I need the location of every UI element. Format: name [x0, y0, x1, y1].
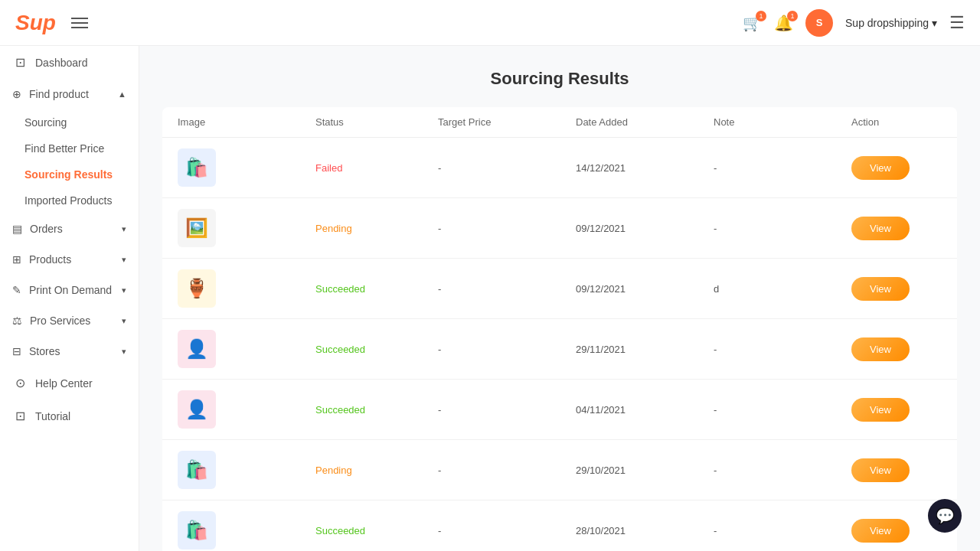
find-product-chevron: ▲ — [118, 90, 126, 99]
sidebar-item-pro-services[interactable]: ⚖ Pro Services ▾ — [0, 305, 139, 336]
status-cell-0: Failed — [315, 162, 438, 174]
sidebar-label-print-on-demand: Print On Demand — [29, 284, 112, 296]
target-price-cell-3: - — [438, 344, 576, 355]
note-cell-4: - — [714, 404, 851, 416]
sidebar-label-stores: Stores — [29, 345, 60, 357]
note-cell-3: - — [714, 344, 851, 355]
action-cell-3: View — [851, 337, 957, 361]
view-button-2[interactable]: View — [851, 277, 910, 301]
date-added-cell-6: 28/10/2021 — [576, 525, 714, 536]
target-price-cell-2: - — [438, 283, 576, 295]
header-left: Sup — [15, 11, 88, 35]
col-image: Image — [178, 116, 315, 128]
status-cell-6: Succeeded — [315, 525, 438, 536]
product-image-4: 👤 — [178, 390, 216, 429]
col-date-added: Date Added — [576, 116, 714, 128]
sidebar-item-stores[interactable]: ⊟ Stores ▾ — [0, 336, 139, 367]
cart-badge: 1 — [756, 11, 766, 21]
user-menu[interactable]: Sup dropshipping ▾ — [845, 17, 937, 29]
note-cell-6: - — [714, 525, 851, 536]
product-image-0: 🛍️ — [178, 148, 216, 187]
header: Sup 🛒 1 🔔 1 S Sup dropshipping ▾ ☰ — [0, 0, 980, 46]
status-cell-4: Succeeded — [315, 404, 438, 416]
sidebar-label-pro-services: Pro Services — [30, 315, 90, 327]
sidebar-label-find-product: Find product — [29, 88, 89, 100]
product-image-2: 🏺 — [178, 269, 216, 308]
col-note: Note — [714, 116, 851, 128]
product-image-6: 🛍️ — [178, 511, 216, 549]
dashboard-icon: ⊡ — [12, 55, 28, 70]
view-button-3[interactable]: View — [851, 337, 910, 361]
sidebar-label-help-center: Help Center — [35, 377, 93, 390]
view-button-0[interactable]: View — [851, 156, 910, 180]
stores-icon: ⊟ — [12, 345, 21, 357]
date-added-cell-2: 09/12/2021 — [576, 283, 714, 295]
sidebar-item-tutorial[interactable]: ⊡ Tutorial — [0, 399, 139, 432]
sidebar-label-products: Products — [29, 253, 71, 266]
table-row: 🛍️ Succeeded - 28/10/2021 - View — [162, 500, 957, 551]
table-header: Image Status Target Price Date Added Not… — [162, 107, 957, 138]
products-chevron: ▾ — [122, 255, 126, 265]
stores-chevron: ▾ — [122, 347, 126, 357]
main-menu-icon[interactable]: ☰ — [949, 13, 965, 33]
hamburger-icon[interactable] — [71, 18, 88, 28]
date-added-cell-1: 09/12/2021 — [576, 223, 714, 234]
view-button-6[interactable]: View — [851, 519, 910, 543]
help-center-icon: ⊙ — [12, 376, 28, 390]
sidebar-sub-sourcing-results[interactable]: Sourcing Results — [24, 161, 139, 187]
target-price-cell-6: - — [438, 525, 576, 536]
target-price-cell-1: - — [438, 223, 576, 234]
note-cell-2: d — [714, 283, 851, 295]
pro-services-chevron: ▾ — [122, 316, 126, 326]
status-cell-1: Pending — [315, 223, 438, 234]
view-button-5[interactable]: View — [851, 458, 910, 482]
view-button-4[interactable]: View — [851, 398, 910, 422]
find-product-icon: ⊕ — [12, 88, 21, 100]
status-cell-2: Succeeded — [315, 283, 438, 295]
date-added-cell-5: 29/10/2021 — [576, 465, 714, 476]
sidebar: ⊡ Dashboard ⊕ Find product ▲ Sourcing Fi… — [0, 46, 139, 551]
orders-chevron: ▾ — [122, 224, 126, 234]
note-cell-5: - — [714, 465, 851, 476]
main-content: Sourcing Results Image Status Target Pri… — [139, 46, 980, 551]
sidebar-item-dashboard[interactable]: ⊡ Dashboard — [0, 46, 139, 79]
chat-bubble[interactable]: 💬 — [928, 499, 962, 533]
sidebar-item-orders[interactable]: ▤ Orders ▾ — [0, 214, 139, 244]
sidebar-label-tutorial: Tutorial — [35, 410, 70, 422]
action-cell-2: View — [851, 277, 957, 301]
avatar: S — [805, 9, 833, 37]
sourcing-results-table: Image Status Target Price Date Added Not… — [162, 107, 957, 551]
action-cell-1: View — [851, 217, 957, 240]
status-cell-5: Pending — [315, 465, 438, 476]
tutorial-icon: ⊡ — [12, 409, 28, 423]
sidebar-item-help-center[interactable]: ⊙ Help Center — [0, 367, 139, 399]
note-cell-0: - — [714, 162, 851, 174]
action-cell-4: View — [851, 398, 957, 422]
target-price-cell-5: - — [438, 465, 576, 476]
notification-icon[interactable]: 🔔 1 — [774, 14, 793, 32]
sidebar-sub-imported-products[interactable]: Imported Products — [24, 187, 139, 214]
view-button-1[interactable]: View — [851, 217, 910, 240]
products-icon: ⊞ — [12, 253, 21, 266]
action-cell-5: View — [851, 458, 957, 482]
table-row: 🏺 Succeeded - 09/12/2021 d View — [162, 259, 957, 319]
sidebar-item-products[interactable]: ⊞ Products ▾ — [0, 244, 139, 275]
cart-icon[interactable]: 🛒 1 — [743, 14, 762, 32]
date-added-cell-3: 29/11/2021 — [576, 344, 714, 355]
page-title: Sourcing Results — [162, 69, 957, 89]
sidebar-label-dashboard: Dashboard — [35, 57, 88, 69]
sidebar-sub-sourcing[interactable]: Sourcing — [24, 109, 139, 135]
sidebar-item-print-on-demand[interactable]: ✎ Print On Demand ▾ — [0, 275, 139, 305]
layout: ⊡ Dashboard ⊕ Find product ▲ Sourcing Fi… — [0, 46, 980, 551]
col-target-price: Target Price — [438, 116, 576, 128]
table-row: 🖼️ Pending - 09/12/2021 - View — [162, 198, 957, 259]
sidebar-sub-find-better-price[interactable]: Find Better Price — [24, 135, 139, 161]
sidebar-item-find-product[interactable]: ⊕ Find product ▲ — [0, 79, 139, 109]
table-row: 👤 Succeeded - 04/11/2021 - View — [162, 380, 957, 440]
table-row: 🛍️ Failed - 14/12/2021 - View — [162, 138, 957, 198]
col-action: Action — [851, 116, 957, 128]
table-body: 🛍️ Failed - 14/12/2021 - View 🖼️ Pending… — [162, 138, 957, 551]
pro-services-icon: ⚖ — [12, 315, 22, 327]
header-right: 🛒 1 🔔 1 S Sup dropshipping ▾ ☰ — [743, 9, 965, 37]
product-image-5: 🛍️ — [178, 451, 216, 489]
